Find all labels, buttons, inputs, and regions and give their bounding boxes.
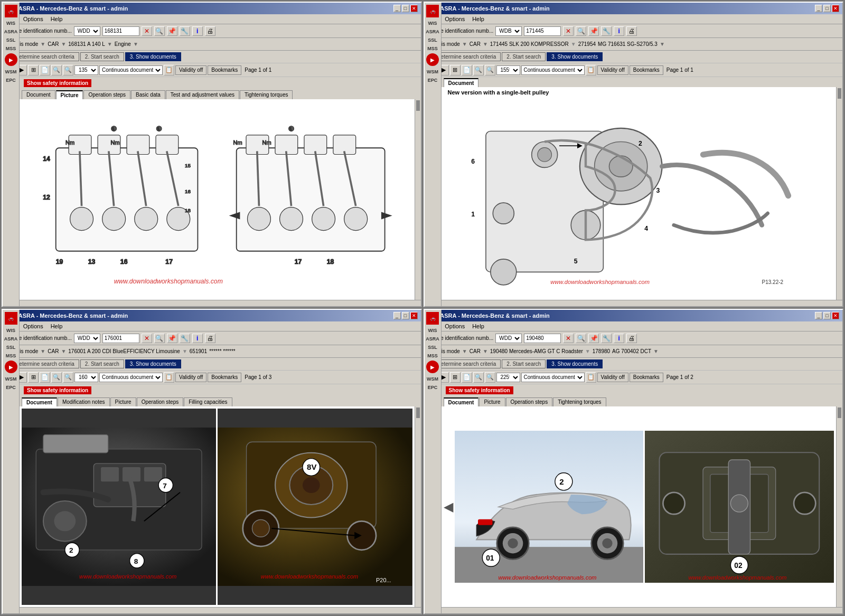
- step3-btn-1[interactable]: 3. Show documents: [125, 52, 181, 61]
- zoom-in-2[interactable]: 🔍: [485, 65, 495, 75]
- tab-picture-1[interactable]: Picture: [56, 90, 83, 99]
- scrollbar-bottom-4[interactable]: [442, 607, 843, 613]
- tab-opsteps-3[interactable]: Operation steps: [137, 397, 184, 406]
- info-icon-2[interactable]: i: [614, 26, 624, 36]
- menu-help-1[interactable]: Help: [49, 15, 64, 23]
- menu-help-4[interactable]: Help: [471, 323, 486, 330]
- close-btn-4[interactable]: ✕: [832, 312, 839, 319]
- step3-btn-3[interactable]: 3. Show documents: [125, 359, 181, 368]
- bookmarks-btn-2[interactable]: Bookmarks: [630, 65, 663, 75]
- doc-type-1[interactable]: Continuous document: [99, 65, 163, 75]
- scrollbar-right-4[interactable]: [836, 406, 842, 607]
- zoom-out-2[interactable]: 🔍: [473, 65, 484, 75]
- tools-icon-2[interactable]: 🔧: [601, 26, 612, 36]
- vehicle-prefix-dropdown-4[interactable]: WDD: [495, 334, 522, 343]
- info-icon-1[interactable]: i: [192, 26, 203, 36]
- tab-opsteps-4[interactable]: Operation steps: [506, 397, 553, 406]
- tab-modnotes-3[interactable]: Modification notes: [58, 397, 110, 406]
- scroll-thumb-3[interactable]: [416, 407, 420, 418]
- validity-btn-4[interactable]: Validity off: [597, 373, 628, 382]
- tab-picture-3[interactable]: Picture: [110, 397, 136, 406]
- restore-btn-2[interactable]: □: [823, 5, 831, 12]
- bookmark-icon-2[interactable]: 📌: [588, 26, 599, 36]
- menu-options-1[interactable]: Options: [22, 15, 45, 23]
- clear-icon-1[interactable]: ✕: [142, 26, 152, 36]
- zoom-select-2[interactable]: 155%: [496, 65, 520, 75]
- tb-icon3-3[interactable]: 📋: [164, 372, 174, 383]
- step3-btn-4[interactable]: 3. Show documents: [547, 359, 603, 368]
- menu-help-3[interactable]: Help: [49, 323, 64, 330]
- zoom-in-4[interactable]: 🔍: [485, 372, 495, 383]
- scrollbar-right-2[interactable]: [836, 87, 842, 300]
- tools-icon-4[interactable]: 🔧: [601, 334, 612, 343]
- step2-btn-1[interactable]: 2. Start search: [80, 52, 124, 61]
- zoom-in-1[interactable]: 🔍: [63, 65, 73, 75]
- epc-label-4[interactable]: EPC: [428, 385, 438, 390]
- restore-btn-3[interactable]: □: [402, 312, 409, 319]
- scrollbar-bottom-2[interactable]: [442, 300, 843, 306]
- tb-icon1-1[interactable]: ⊞: [28, 65, 39, 75]
- step2-btn-2[interactable]: 2. Start search: [502, 52, 546, 61]
- validity-btn-2[interactable]: Validity off: [597, 65, 628, 75]
- tools-icon-3[interactable]: 🔧: [180, 334, 190, 343]
- epc-label-1[interactable]: EPC: [6, 78, 16, 83]
- close-btn-2[interactable]: ✕: [832, 5, 839, 12]
- tb-icon3-2[interactable]: 📋: [586, 65, 596, 75]
- scroll-thumb-4[interactable]: [838, 407, 841, 418]
- scrollbar-right-3[interactable]: [415, 406, 421, 607]
- menu-options-3[interactable]: Options: [22, 323, 45, 330]
- tb-icon2-1[interactable]: 📄: [40, 65, 50, 75]
- info-icon-4[interactable]: i: [614, 334, 624, 343]
- tb-icon2-3[interactable]: 📄: [40, 372, 50, 383]
- minimize-btn-4[interactable]: _: [815, 312, 822, 319]
- scrollbar-bottom-1[interactable]: [20, 300, 421, 306]
- validity-btn-1[interactable]: Validity off: [175, 65, 206, 75]
- clear-icon-3[interactable]: ✕: [142, 334, 152, 343]
- validity-btn-3[interactable]: Validity off: [175, 373, 206, 382]
- doc-type-2[interactable]: Continuous document: [521, 65, 585, 75]
- tb-icon2-2[interactable]: 📄: [462, 65, 472, 75]
- bookmarks-btn-3[interactable]: Bookmarks: [208, 373, 241, 382]
- zoom-select-3[interactable]: 160%: [74, 373, 98, 382]
- restore-btn-1[interactable]: □: [402, 5, 409, 12]
- menu-options-2[interactable]: Options: [443, 15, 466, 23]
- tab-tightening-1[interactable]: Tightening torques: [240, 90, 293, 99]
- tab-test-1[interactable]: Test and adjustment values: [166, 90, 239, 99]
- zoom-in-3[interactable]: 🔍: [63, 372, 73, 383]
- close-btn-3[interactable]: ✕: [410, 312, 418, 319]
- clear-icon-2[interactable]: ✕: [563, 26, 574, 36]
- zoom-out-3[interactable]: 🔍: [51, 372, 62, 383]
- vehicle-prefix-dropdown-1[interactable]: WDD: [74, 26, 100, 36]
- print-icon-1[interactable]: 🖨: [205, 26, 215, 36]
- tb-icon1-3[interactable]: ⊞: [28, 372, 39, 383]
- minimize-btn-1[interactable]: _: [393, 5, 401, 12]
- search-icon-4[interactable]: 🔍: [576, 334, 586, 343]
- minimize-btn-3[interactable]: _: [393, 312, 401, 319]
- nav-arrow-left-4[interactable]: ◀: [444, 499, 453, 514]
- print-icon-3[interactable]: 🖨: [205, 334, 215, 343]
- tb-icon1-2[interactable]: ⊞: [450, 65, 461, 75]
- tb-icon3-4[interactable]: 📋: [586, 372, 596, 383]
- print-icon-4[interactable]: 🖨: [626, 334, 637, 343]
- step3-btn-2[interactable]: 3. Show documents: [547, 52, 603, 61]
- tab-document-1[interactable]: Document: [22, 90, 55, 99]
- step2-btn-3[interactable]: 2. Start search: [80, 359, 124, 368]
- search-icon-3[interactable]: 🔍: [154, 334, 165, 343]
- restore-btn-4[interactable]: □: [823, 312, 831, 319]
- tb-icon2-4[interactable]: 📄: [462, 372, 472, 383]
- tab-document-3[interactable]: Document: [22, 397, 57, 406]
- doc-type-3[interactable]: Continuous document: [99, 373, 163, 382]
- info-icon-3[interactable]: i: [192, 334, 203, 343]
- vehicle-id-input-2[interactable]: [524, 26, 561, 36]
- bookmarks-btn-4[interactable]: Bookmarks: [630, 373, 663, 382]
- tab-basic-1[interactable]: Basic data: [131, 90, 165, 99]
- tab-picture-4[interactable]: Picture: [479, 397, 505, 406]
- scrollbar-right-1[interactable]: [415, 99, 421, 300]
- epc-label-3[interactable]: EPC: [6, 385, 16, 390]
- zoom-select-1[interactable]: 135%: [74, 65, 98, 75]
- bookmark-icon-1[interactable]: 📌: [167, 26, 177, 36]
- scrollbar-bottom-3[interactable]: [20, 607, 421, 613]
- vehicle-prefix-dropdown-2[interactable]: WDB: [495, 26, 522, 36]
- zoom-select-4[interactable]: 225%: [496, 373, 520, 382]
- tab-opsteps-1[interactable]: Operation steps: [83, 90, 130, 99]
